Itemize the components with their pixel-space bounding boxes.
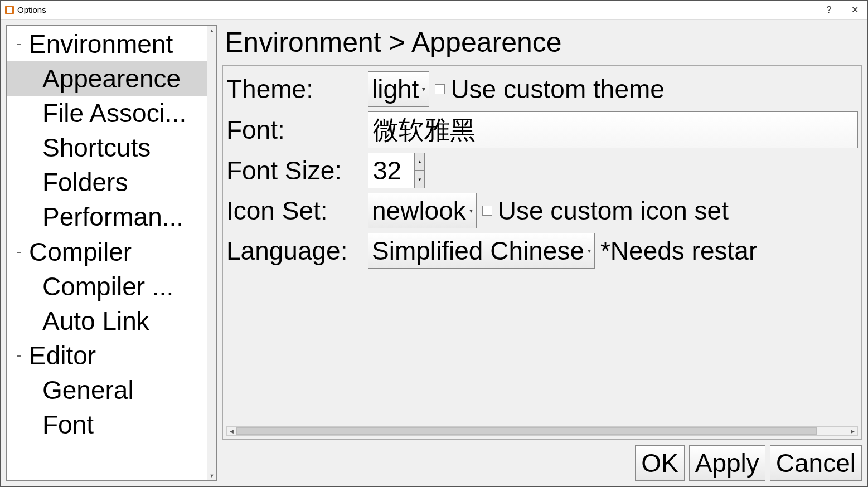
help-button[interactable]: ? [816,1,842,19]
theme-value: light [372,74,419,104]
spin-up-icon[interactable]: ▲ [415,153,425,171]
font-size-spinbox[interactable]: 32 ▲ ▼ [368,153,425,188]
settings-form: Theme: light ▾ Use custom theme Font: 微软… [226,71,858,426]
panel-scrollbar-horizontal[interactable]: ◀ ▶ [226,426,858,436]
use-custom-theme-label: Use custom theme [450,74,664,104]
tree-item-font[interactable]: Font [7,407,207,442]
tree-item-environment[interactable]: Environment [7,27,207,61]
sidebar-scrollbar[interactable]: ▲ ▼ [207,26,216,480]
language-select[interactable]: Simplified Chinese ▾ [368,233,595,269]
language-label: Language: [226,236,362,266]
app-icon [5,6,14,14]
chevron-down-icon: ▾ [469,207,473,215]
scroll-up-icon[interactable]: ▲ [207,26,216,35]
titlebar: Options ? ✕ [1,1,867,20]
tree-item-file-associations[interactable]: File Associ... [7,96,207,130]
window-title: Options [17,5,46,14]
row-font-size: Font Size: 32 ▲ ▼ [226,153,858,188]
ok-button[interactable]: OK [635,445,684,481]
icon-set-select[interactable]: newlook ▾ [368,193,477,228]
cancel-button[interactable]: Cancel [770,445,862,481]
chevron-down-icon: ▾ [422,85,425,93]
dialog-buttons: OK Apply Cancel [222,445,862,481]
close-button[interactable]: ✕ [842,1,867,19]
settings-panel: Theme: light ▾ Use custom theme Font: 微软… [222,65,862,440]
tree-item-auto-link[interactable]: Auto Link [7,304,207,338]
tree-item-folders[interactable]: Folders [7,165,207,199]
tree-item-compiler-sub[interactable]: Compiler ... [7,269,207,304]
theme-select[interactable]: light ▾ [368,71,429,107]
tree-item-editor[interactable]: Editor [7,338,207,373]
language-value: Simplified Chinese [372,236,584,266]
tree-item-appearance[interactable]: Appearence [7,61,207,96]
tree-item-shortcuts[interactable]: Shortcuts [7,130,207,165]
font-label: Font: [226,115,362,145]
row-language: Language: Simplified Chinese ▾ *Needs re… [226,233,858,269]
icon-set-label: Icon Set: [226,196,362,226]
use-custom-iconset-label: Use custom icon set [498,196,729,226]
window-controls: ? ✕ [816,1,867,19]
theme-label: Theme: [226,74,362,104]
use-custom-iconset-checkbox[interactable] [482,206,492,216]
breadcrumb: Environment > Appearence [222,25,862,60]
scroll-right-icon[interactable]: ▶ [848,427,857,435]
sidebar-container: Environment Appearence File Associ... Sh… [6,25,217,481]
tree-item-performance[interactable]: Performan... [7,199,207,234]
options-window: Options ? ✕ Environment Appearence File … [0,0,868,487]
icon-set-value: newlook [372,196,466,226]
use-custom-theme-checkbox[interactable] [435,84,445,94]
sidebar-tree: Environment Appearence File Associ... Sh… [7,26,207,480]
font-select[interactable]: 微软雅黑 [368,111,858,148]
dialog-body: Environment Appearence File Associ... Sh… [1,20,867,486]
scrollbar-thumb[interactable] [236,427,817,435]
row-icon-set: Icon Set: newlook ▾ Use custom icon set [226,193,858,228]
scroll-left-icon[interactable]: ◀ [227,427,236,435]
tree-item-compiler[interactable]: Compiler [7,235,207,269]
scroll-down-icon[interactable]: ▼ [207,471,216,480]
font-size-value[interactable]: 32 [368,153,415,188]
apply-button[interactable]: Apply [689,445,765,481]
row-theme: Theme: light ▾ Use custom theme [226,71,858,107]
chevron-down-icon: ▾ [588,247,591,255]
font-size-label: Font Size: [226,155,362,186]
main-area: Environment > Appearence Theme: light ▾ … [222,25,862,481]
spin-down-icon[interactable]: ▼ [415,171,425,188]
tree-item-general[interactable]: General [7,373,207,407]
row-font: Font: 微软雅黑 [226,111,858,148]
language-restart-note: *Needs restar [600,236,757,266]
